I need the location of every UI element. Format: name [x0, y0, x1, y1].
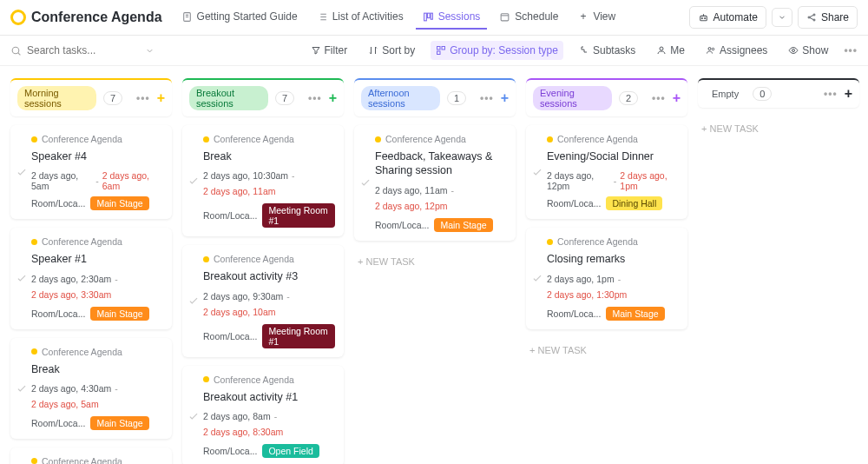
- project-dot-icon: [31, 136, 37, 143]
- robot-icon: [698, 12, 709, 23]
- check-icon[interactable]: [187, 175, 200, 187]
- svg-point-6: [701, 17, 702, 18]
- card-location-row: Room/Loca...Meeting Room #1: [203, 203, 335, 228]
- svg-rect-1: [424, 13, 426, 21]
- task-card[interactable]: Conference Agenda Evening/Social Dinner …: [526, 125, 687, 219]
- column: Evening sessions 2 ••• + Conference Agen…: [526, 78, 687, 362]
- sort-button[interactable]: Sort by: [363, 41, 420, 60]
- task-card[interactable]: Conference Agenda Break 2 days ago, 4:30…: [10, 338, 172, 439]
- new-task-button[interactable]: + NEW TASK: [354, 249, 516, 274]
- card-project: Conference Agenda: [31, 347, 163, 357]
- tab-list-activities[interactable]: List of Activities: [310, 5, 411, 30]
- card-due: 2 days ago, 8:30am: [203, 427, 335, 437]
- project-dot-icon: [203, 256, 209, 262]
- check-icon[interactable]: [16, 382, 28, 394]
- card-title: Speaker #4: [31, 149, 163, 163]
- card-start: 2 days ago, 4:30am-: [31, 383, 163, 394]
- group-label: Group by: Session type: [450, 44, 558, 56]
- subtasks-label: Subtasks: [593, 44, 635, 56]
- group-icon: [436, 45, 446, 56]
- add-card-button[interactable]: +: [845, 86, 852, 102]
- location-label: Room/Loca...: [31, 198, 85, 209]
- location-label: Room/Loca...: [31, 308, 85, 319]
- task-card[interactable]: Conference Agenda Breakout activity #1 2…: [182, 366, 344, 465]
- me-button[interactable]: Me: [651, 41, 690, 60]
- new-task-button[interactable]: + NEW TASK: [526, 338, 687, 362]
- add-card-button[interactable]: +: [673, 90, 681, 106]
- card-start: 2 days ago, 8am-: [203, 411, 335, 421]
- card-title: Speaker #1: [31, 252, 163, 266]
- new-task-button[interactable]: + NEW TASK: [698, 116, 859, 141]
- tab-label: Getting Started Guide: [197, 10, 298, 23]
- column-count: 7: [275, 91, 294, 105]
- card-location-row: Room/Loca...Main Stage: [31, 307, 163, 321]
- tab-getting-started[interactable]: Getting Started Guide: [174, 5, 305, 30]
- task-card[interactable]: Conference Agenda Breakout activity #3 2…: [182, 245, 344, 356]
- check-icon[interactable]: [187, 295, 200, 307]
- card-start: 2 days ago, 11am-: [375, 185, 507, 196]
- card-location-row: Room/Loca...Main Stage: [31, 416, 163, 430]
- filter-button[interactable]: Filter: [306, 41, 353, 60]
- add-card-button[interactable]: +: [501, 90, 509, 106]
- card-title: Break: [31, 362, 163, 376]
- automate-button[interactable]: Automate: [689, 6, 766, 29]
- automate-label: Automate: [713, 11, 758, 23]
- column-menu[interactable]: •••: [824, 88, 838, 100]
- column-menu[interactable]: •••: [652, 92, 666, 104]
- task-card[interactable]: Conference Agenda Feedback, Takeaways & …: [354, 125, 516, 241]
- svg-point-10: [813, 19, 815, 21]
- task-card[interactable]: Conference Agenda Speaker #1 2 days ago,…: [10, 228, 172, 328]
- svg-point-7: [704, 17, 705, 18]
- group-button[interactable]: Group by: Session type: [431, 41, 563, 60]
- card-start: 2 days ago, 10:30am-: [203, 170, 335, 181]
- tab-sessions[interactable]: Sessions: [416, 5, 488, 30]
- subtasks-button[interactable]: Subtasks: [574, 41, 641, 60]
- card-location-row: Room/Loca...Open Field: [203, 444, 335, 458]
- tab-add-view[interactable]: + View: [570, 5, 622, 30]
- chevron-down-icon[interactable]: [145, 46, 155, 56]
- chevron-down-icon: [778, 13, 786, 22]
- add-card-button[interactable]: +: [157, 90, 165, 106]
- show-button[interactable]: Show: [783, 41, 833, 60]
- column-menu[interactable]: •••: [308, 92, 322, 104]
- add-card-button[interactable]: +: [329, 90, 337, 106]
- top-bar: Conference Agenda Getting Started Guide …: [0, 0, 868, 36]
- task-card[interactable]: Conference Agenda Speaker #4 2 days ago,…: [10, 125, 172, 219]
- more-menu[interactable]: •••: [844, 44, 858, 56]
- column-count: 1: [447, 91, 466, 105]
- column-menu[interactable]: •••: [136, 92, 150, 104]
- column-pill: Empty: [705, 87, 746, 101]
- location-tag: Main Stage: [90, 196, 148, 210]
- search-input[interactable]: [27, 44, 140, 56]
- location-label: Room/Loca...: [31, 418, 85, 428]
- card-title: Evening/Social Dinner: [547, 149, 679, 163]
- share-icon: [806, 12, 817, 23]
- svg-point-17: [712, 48, 714, 50]
- assignees-button[interactable]: Assignees: [700, 41, 773, 60]
- card-due: 2 days ago, 11am: [203, 186, 335, 196]
- automate-dropdown[interactable]: [772, 8, 792, 27]
- card-project: Conference Agenda: [203, 134, 335, 144]
- task-card[interactable]: Conference Agenda Closing remarks 2 days…: [526, 228, 687, 328]
- svg-point-9: [813, 14, 815, 16]
- column-header: Evening sessions 2 ••• +: [526, 78, 687, 116]
- project-dot-icon: [375, 136, 381, 143]
- check-icon[interactable]: [16, 166, 28, 178]
- column-pill: Afternoon sessions: [361, 86, 440, 110]
- location-tag: Main Stage: [90, 416, 148, 430]
- column-count: 2: [619, 91, 638, 105]
- share-button[interactable]: Share: [798, 6, 858, 29]
- check-icon[interactable]: [16, 272, 28, 284]
- column-pill: Morning sessions: [17, 86, 96, 110]
- check-icon[interactable]: [359, 176, 372, 189]
- check-icon[interactable]: [531, 272, 543, 284]
- task-card[interactable]: Conference Agenda Break 2 days ago, 10:3…: [182, 125, 344, 236]
- tab-schedule[interactable]: Schedule: [492, 5, 565, 30]
- check-icon[interactable]: [531, 166, 543, 178]
- task-card[interactable]: Conference Agenda Lunch 2 days ago, 6am-…: [10, 447, 172, 464]
- column-count: 7: [103, 91, 122, 105]
- card-title: Breakout activity #3: [203, 269, 335, 283]
- column-menu[interactable]: •••: [480, 92, 494, 104]
- check-icon[interactable]: [187, 410, 200, 422]
- card-start: 2 days ago, 1pm-: [547, 274, 679, 284]
